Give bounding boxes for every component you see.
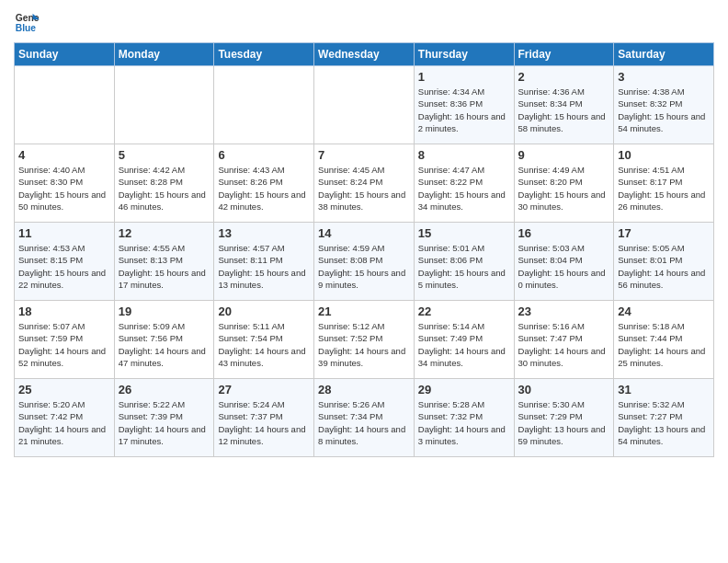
day-info: Sunrise: 5:26 AM Sunset: 7:34 PM Dayligh… <box>318 398 410 447</box>
day-cell: 7Sunrise: 4:45 AM Sunset: 8:24 PM Daylig… <box>314 144 415 223</box>
day-number: 25 <box>18 383 110 396</box>
day-cell: 6Sunrise: 4:43 AM Sunset: 8:26 PM Daylig… <box>214 144 314 223</box>
day-cell: 19Sunrise: 5:09 AM Sunset: 7:56 PM Dayli… <box>114 301 214 379</box>
day-number: 8 <box>418 148 510 162</box>
day-info: Sunrise: 4:40 AM Sunset: 8:30 PM Dayligh… <box>18 164 110 213</box>
day-info: Sunrise: 5:20 AM Sunset: 7:42 PM Dayligh… <box>18 398 110 447</box>
day-number: 11 <box>18 226 110 240</box>
day-number: 4 <box>18 148 110 162</box>
day-info: Sunrise: 5:32 AM Sunset: 7:27 PM Dayligh… <box>618 398 710 447</box>
day-number: 22 <box>418 304 510 318</box>
day-cell: 5Sunrise: 4:42 AM Sunset: 8:28 PM Daylig… <box>114 144 214 223</box>
weekday-header-saturday: Saturday <box>614 43 714 66</box>
day-info: Sunrise: 4:49 AM Sunset: 8:20 PM Dayligh… <box>518 164 610 213</box>
day-cell: 18Sunrise: 5:07 AM Sunset: 7:59 PM Dayli… <box>15 301 115 379</box>
day-cell: 25Sunrise: 5:20 AM Sunset: 7:42 PM Dayli… <box>15 379 115 457</box>
day-info: Sunrise: 5:12 AM Sunset: 7:52 PM Dayligh… <box>318 320 410 369</box>
day-cell: 24Sunrise: 5:18 AM Sunset: 7:44 PM Dayli… <box>614 301 714 379</box>
day-number: 15 <box>418 226 510 240</box>
day-number: 26 <box>119 383 210 396</box>
page-header: General Blue <box>14 9 714 35</box>
day-info: Sunrise: 4:55 AM Sunset: 8:13 PM Dayligh… <box>119 242 210 291</box>
day-number: 10 <box>618 148 710 162</box>
day-cell: 13Sunrise: 4:57 AM Sunset: 8:11 PM Dayli… <box>214 223 314 301</box>
day-cell <box>314 66 415 144</box>
day-number: 12 <box>119 226 210 240</box>
day-number: 3 <box>618 70 710 84</box>
weekday-header-row: SundayMondayTuesdayWednesdayThursdayFrid… <box>15 43 714 66</box>
day-info: Sunrise: 5:28 AM Sunset: 7:32 PM Dayligh… <box>418 398 510 447</box>
day-cell: 23Sunrise: 5:16 AM Sunset: 7:47 PM Dayli… <box>514 301 614 379</box>
day-cell: 30Sunrise: 5:30 AM Sunset: 7:29 PM Dayli… <box>514 379 614 457</box>
day-info: Sunrise: 4:57 AM Sunset: 8:11 PM Dayligh… <box>218 242 310 291</box>
week-row-5: 25Sunrise: 5:20 AM Sunset: 7:42 PM Dayli… <box>15 379 714 457</box>
day-number: 14 <box>318 226 410 240</box>
day-number: 28 <box>318 383 410 396</box>
day-info: Sunrise: 5:05 AM Sunset: 8:01 PM Dayligh… <box>618 242 710 291</box>
day-cell: 8Sunrise: 4:47 AM Sunset: 8:22 PM Daylig… <box>414 144 514 223</box>
day-info: Sunrise: 5:07 AM Sunset: 7:59 PM Dayligh… <box>18 320 110 369</box>
day-number: 13 <box>218 226 310 240</box>
day-cell <box>114 66 214 144</box>
day-number: 17 <box>618 226 710 240</box>
day-info: Sunrise: 4:34 AM Sunset: 8:36 PM Dayligh… <box>418 86 510 134</box>
day-info: Sunrise: 4:45 AM Sunset: 8:24 PM Dayligh… <box>318 164 410 213</box>
day-number: 27 <box>218 383 310 396</box>
day-cell: 4Sunrise: 4:40 AM Sunset: 8:30 PM Daylig… <box>15 144 115 223</box>
day-cell: 27Sunrise: 5:24 AM Sunset: 7:37 PM Dayli… <box>214 379 314 457</box>
day-number: 7 <box>318 148 410 162</box>
day-cell: 17Sunrise: 5:05 AM Sunset: 8:01 PM Dayli… <box>614 223 714 301</box>
day-number: 5 <box>119 148 210 162</box>
day-cell: 3Sunrise: 4:38 AM Sunset: 8:32 PM Daylig… <box>614 66 714 144</box>
day-number: 9 <box>518 148 610 162</box>
day-info: Sunrise: 4:59 AM Sunset: 8:08 PM Dayligh… <box>318 242 410 291</box>
day-info: Sunrise: 4:47 AM Sunset: 8:22 PM Dayligh… <box>418 164 510 213</box>
day-info: Sunrise: 5:30 AM Sunset: 7:29 PM Dayligh… <box>518 398 610 447</box>
day-info: Sunrise: 5:16 AM Sunset: 7:47 PM Dayligh… <box>518 320 610 369</box>
day-info: Sunrise: 4:38 AM Sunset: 8:32 PM Dayligh… <box>618 86 710 134</box>
day-info: Sunrise: 5:18 AM Sunset: 7:44 PM Dayligh… <box>618 320 710 369</box>
day-cell: 9Sunrise: 4:49 AM Sunset: 8:20 PM Daylig… <box>514 144 614 223</box>
day-info: Sunrise: 4:43 AM Sunset: 8:26 PM Dayligh… <box>218 164 310 213</box>
day-number: 31 <box>618 383 710 396</box>
logo: General Blue <box>14 9 43 35</box>
day-info: Sunrise: 5:24 AM Sunset: 7:37 PM Dayligh… <box>218 398 310 447</box>
day-cell <box>214 66 314 144</box>
day-cell: 1Sunrise: 4:34 AM Sunset: 8:36 PM Daylig… <box>414 66 514 144</box>
weekday-header-sunday: Sunday <box>15 43 115 66</box>
day-number: 29 <box>418 383 510 396</box>
day-info: Sunrise: 5:09 AM Sunset: 7:56 PM Dayligh… <box>119 320 210 369</box>
day-number: 1 <box>418 70 510 84</box>
weekday-header-tuesday: Tuesday <box>214 43 314 66</box>
day-info: Sunrise: 5:14 AM Sunset: 7:49 PM Dayligh… <box>418 320 510 369</box>
week-row-1: 1Sunrise: 4:34 AM Sunset: 8:36 PM Daylig… <box>15 66 714 144</box>
day-cell: 29Sunrise: 5:28 AM Sunset: 7:32 PM Dayli… <box>414 379 514 457</box>
weekday-header-monday: Monday <box>114 43 214 66</box>
day-cell: 11Sunrise: 4:53 AM Sunset: 8:15 PM Dayli… <box>15 223 115 301</box>
week-row-2: 4Sunrise: 4:40 AM Sunset: 8:30 PM Daylig… <box>15 144 714 223</box>
day-cell: 12Sunrise: 4:55 AM Sunset: 8:13 PM Dayli… <box>114 223 214 301</box>
day-cell: 16Sunrise: 5:03 AM Sunset: 8:04 PM Dayli… <box>514 223 614 301</box>
logo-icon: General Blue <box>14 9 40 35</box>
day-number: 21 <box>318 304 410 318</box>
day-cell: 2Sunrise: 4:36 AM Sunset: 8:34 PM Daylig… <box>514 66 614 144</box>
day-info: Sunrise: 4:53 AM Sunset: 8:15 PM Dayligh… <box>18 242 110 291</box>
day-cell: 28Sunrise: 5:26 AM Sunset: 7:34 PM Dayli… <box>314 379 415 457</box>
day-info: Sunrise: 5:03 AM Sunset: 8:04 PM Dayligh… <box>518 242 610 291</box>
weekday-header-thursday: Thursday <box>414 43 514 66</box>
day-number: 18 <box>18 304 110 318</box>
day-info: Sunrise: 4:36 AM Sunset: 8:34 PM Dayligh… <box>518 86 610 134</box>
day-cell: 26Sunrise: 5:22 AM Sunset: 7:39 PM Dayli… <box>114 379 214 457</box>
day-number: 6 <box>218 148 310 162</box>
day-info: Sunrise: 5:22 AM Sunset: 7:39 PM Dayligh… <box>119 398 210 447</box>
day-number: 20 <box>218 304 310 318</box>
day-number: 16 <box>518 226 610 240</box>
calendar-table: SundayMondayTuesdayWednesdayThursdayFrid… <box>14 42 714 457</box>
day-number: 23 <box>518 304 610 318</box>
day-cell: 31Sunrise: 5:32 AM Sunset: 7:27 PM Dayli… <box>614 379 714 457</box>
day-cell: 20Sunrise: 5:11 AM Sunset: 7:54 PM Dayli… <box>214 301 314 379</box>
day-cell: 21Sunrise: 5:12 AM Sunset: 7:52 PM Dayli… <box>314 301 415 379</box>
day-number: 30 <box>518 383 610 396</box>
day-info: Sunrise: 5:11 AM Sunset: 7:54 PM Dayligh… <box>218 320 310 369</box>
day-number: 24 <box>618 304 710 318</box>
